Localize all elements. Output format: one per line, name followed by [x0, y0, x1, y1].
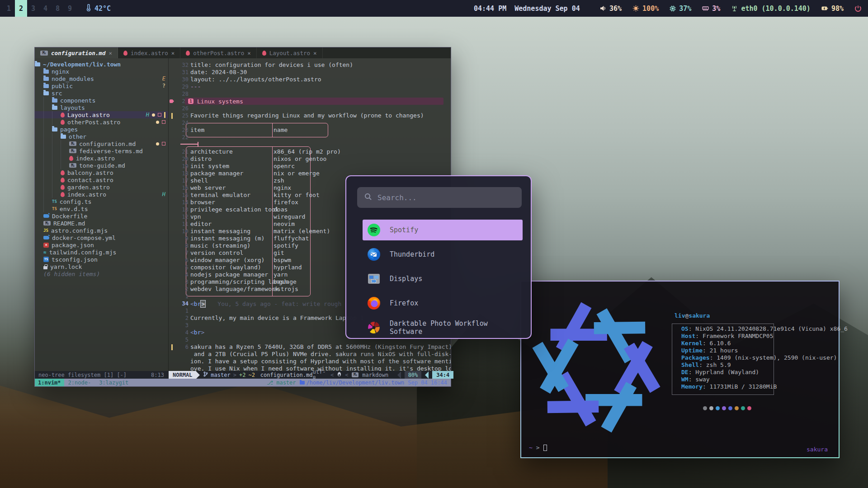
module-volume[interactable]: 36%: [600, 5, 622, 13]
tree-item-label: package.json: [52, 242, 94, 249]
line-text: and a 2TB (Crucial P5 Plus) NVMe drive. …: [189, 351, 451, 358]
module-network[interactable]: eth0 (10.0.0.140): [731, 5, 811, 13]
tree-item-layout-astro[interactable]: Layout.astroH: [35, 111, 168, 118]
power-icon[interactable]: [854, 5, 862, 12]
tree-item-node-modules[interactable]: node_modulesE: [35, 75, 168, 82]
workspace-button-2[interactable]: 2: [15, 0, 27, 17]
indent-guide: [35, 68, 41, 75]
tree-item-label: config.ts: [60, 198, 91, 205]
launcher-item-thunderbird[interactable]: Thunderbird: [363, 244, 523, 265]
search-placeholder: Search...: [377, 193, 417, 202]
workspace-button-9[interactable]: 9: [64, 0, 76, 17]
gutter: 29: [169, 83, 189, 90]
tree-item-index-astro[interactable]: index.astroH: [35, 191, 168, 198]
tree-item-nginx[interactable]: nginx: [35, 68, 168, 75]
tree-item-tailwind-config-mjs[interactable]: ≈tailwind.config.mjs: [35, 249, 168, 256]
tree-item-dockerfile[interactable]: Dockerfile: [35, 212, 168, 220]
tab-index.astro[interactable]: index.astro×: [118, 47, 180, 58]
thunderbird-icon: [367, 248, 381, 261]
indent-guide: [35, 147, 41, 155]
tree-item--6-hidden-items-[interactable]: (6 hidden items): [35, 270, 168, 277]
launcher-item-displays[interactable]: Displays: [363, 268, 523, 289]
launcher-item-darktable[interactable]: Darktable Photo Workflow Software: [363, 317, 523, 338]
table-cell-name: openrc: [274, 163, 295, 169]
tree-item-index-astro[interactable]: index.astro: [35, 155, 168, 162]
workspace-button-3[interactable]: 3: [27, 0, 39, 17]
statusline-tree-section: neo-tree filesystem [1] [-] 8:13: [35, 372, 169, 378]
docker-icon: [43, 236, 49, 239]
tree-item-src[interactable]: src: [35, 89, 168, 97]
launcher-item-firefox[interactable]: Firefox: [363, 293, 523, 314]
line-text: [189, 105, 451, 112]
indent-guide: [43, 97, 49, 104]
tmux-window-3[interactable]: 3:lazygit: [95, 380, 132, 386]
line-number: 28: [175, 91, 189, 97]
gutter: 2: [169, 286, 189, 293]
indent-guide: [52, 162, 58, 169]
tree-item-other[interactable]: other: [35, 133, 168, 140]
launcher-item-spotify[interactable]: Spotify: [363, 220, 523, 240]
indent-guide: [43, 162, 49, 169]
gutter: 10: [169, 228, 189, 235]
module-battery[interactable]: 98%: [821, 5, 844, 13]
tree-item-pages[interactable]: pages: [35, 126, 168, 133]
tree-item-configuration-md[interactable]: M↓configuration.md: [35, 140, 168, 147]
tab-Layout.astro[interactable]: Layout.astro×: [257, 47, 323, 58]
gutter: 20: [169, 155, 189, 163]
gutter: 34: [169, 300, 189, 307]
tree-item-env-d-ts[interactable]: TSenv.d.ts: [35, 205, 168, 212]
fetch-info-label: Memory: [681, 383, 703, 390]
indent-guide: [35, 234, 41, 241]
shell-prompt[interactable]: ~ >: [529, 444, 547, 451]
tree-item-public[interactable]: public?: [35, 82, 168, 89]
tab-close-icon[interactable]: ×: [171, 50, 175, 56]
tree-item-label: ~/Development/liv.town: [43, 61, 121, 68]
tree-item-balcony-astro[interactable]: balcony.astro: [35, 169, 168, 176]
workspace-button-4[interactable]: 4: [39, 0, 52, 17]
statusline: neo-tree filesystem [1] [-] 8:13 NORMAL …: [35, 371, 451, 379]
tab-configuration.md[interactable]: M↓configuration.md×: [35, 47, 118, 58]
tree-item-astro-config-mjs[interactable]: JSastro.config.mjs: [35, 227, 168, 234]
tab-close-icon[interactable]: ×: [313, 50, 317, 56]
tree-item-components[interactable]: components: [35, 97, 168, 104]
tree-item-garden-astro[interactable]: garden.astro: [35, 183, 168, 191]
tab-close-icon[interactable]: ×: [247, 50, 251, 56]
tree-item-tone-guide-md[interactable]: M↓tone-guide.md: [35, 162, 168, 169]
tree-item-fediverse-terms-md[interactable]: M↓fediverse-terms.md: [35, 147, 168, 155]
table-cell-item: instant messaging (m): [190, 235, 264, 242]
tree-item-contact-astro[interactable]: contact.astro: [35, 176, 168, 183]
module-brightness[interactable]: 100%: [632, 5, 659, 13]
table-cell-name: nixos or gentoo: [274, 155, 326, 162]
module-cpu[interactable]: 37%: [670, 5, 691, 13]
tmux-window-active[interactable]: 1:nvim*: [35, 379, 64, 386]
tree-item-yarn-lock[interactable]: yarn.lock: [35, 263, 168, 270]
tmux-window-2[interactable]: 2:node-: [64, 380, 95, 386]
workspace-button-1[interactable]: 1: [3, 0, 15, 17]
line-text: layout: ../../layouts/otherPost.astro: [189, 76, 451, 83]
indent-guide: [35, 126, 41, 133]
tree-item-layouts[interactable]: layouts: [35, 104, 168, 111]
cursor-position: 34:4: [432, 371, 453, 379]
workspace-button-8[interactable]: 8: [52, 0, 64, 17]
os-penguin-icon: [337, 372, 341, 378]
gutter: [169, 365, 189, 371]
clock-module[interactable]: 04:44 PM Wednesday Sep 04: [474, 0, 580, 17]
tree-item-label: src: [52, 90, 62, 97]
tree-item-config-ts[interactable]: TSconfig.ts: [35, 198, 168, 205]
tag-name: br: [194, 300, 201, 307]
tree-item--development-liv-town[interactable]: ~/Development/liv.town: [35, 61, 168, 68]
indent-guide: [35, 249, 41, 256]
module-memory[interactable]: 3%: [702, 5, 720, 13]
tab-close-icon[interactable]: ×: [108, 50, 112, 56]
launcher-search[interactable]: Search...: [357, 187, 522, 208]
indent-guide: [43, 111, 49, 118]
tree-item-package-json[interactable]: npackage.json: [35, 241, 168, 249]
gutter: 12: [169, 213, 189, 221]
tree-item-otherpost-astro[interactable]: otherPost.astro: [35, 118, 168, 126]
tree-item-docker-compose-yml[interactable]: docker-compose.yml: [35, 234, 168, 241]
tree-item-readme-md[interactable]: M↓README.md: [35, 220, 168, 227]
terminal-color-palette: [703, 406, 751, 410]
tree-item-tsconfig-json[interactable]: TStsconfig.json: [35, 256, 168, 263]
line-number: 13: [175, 206, 189, 213]
tab-otherPost.astro[interactable]: otherPost.astro×: [180, 47, 256, 58]
